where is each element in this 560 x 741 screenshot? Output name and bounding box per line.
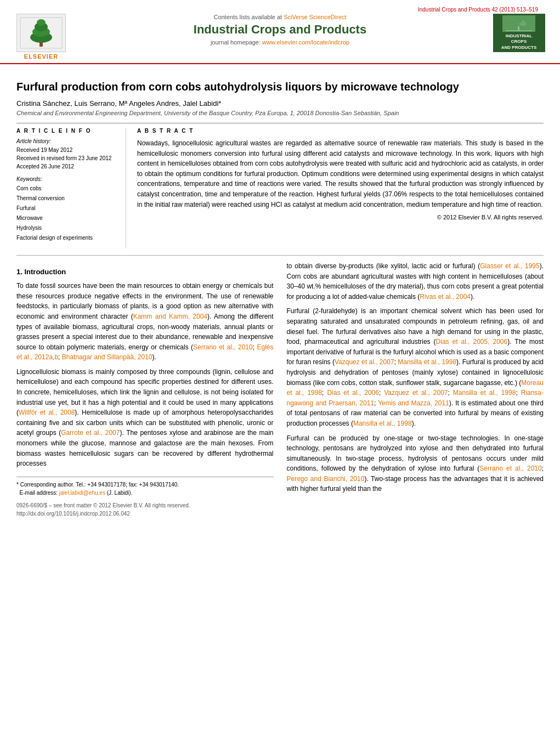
elsevier-tree-icon [19,16,63,49]
ref-mansilla[interactable]: Mansilla et al., 1998 [398,358,456,366]
footnote-email-link[interactable]: jalel.labidi@ehu.es [59,490,105,496]
keyword-3: Furfural [16,203,118,213]
authors-text: Cristina Sánchez, Luis Serrano, Mª Angel… [16,99,221,108]
article-info-column: A R T I C L E I N F O Article history: R… [16,128,126,248]
divider-top [16,123,544,123]
right-logo-image [502,15,535,32]
received-date: Received 19 May 2012 [16,146,118,154]
right-logo-text: INDUSTRIAL CROPS AND PRODUCTS [501,33,536,50]
ref-willfor[interactable]: Willför et al., 2008 [19,409,75,416]
page-wrapper: Industrial Crops and Products 42 (2013) … [0,0,560,741]
ref-dias-2005[interactable]: Dias et al., 2005, 2006 [436,338,508,346]
history-label: Article history: [16,138,118,144]
body-right-column: to obtain diverse by-products (like xyli… [287,261,544,518]
svg-rect-6 [518,26,519,31]
accepted-date: Accepted 26 June 2012 [16,162,118,171]
right-para-3: Furfural can be produced by one-stage or… [287,433,544,495]
journal-right-logo: INDUSTRIAL CROPS AND PRODUCTS [489,14,549,52]
footnote-email-line: E-mail address: jalel.labidi@ehu.es (J. … [16,489,274,497]
keywords-label: Keywords: [16,176,118,182]
contents-text: Contents lists available at [213,14,282,20]
copyright-line: © 2012 Elsevier B.V. All rights reserved… [137,214,544,220]
keywords-group: Keywords: Corn cobs Thermal conversion F… [16,176,118,243]
homepage-label: journal homepage: [211,39,261,46]
abstract-column: A B S T R A C T Nowadays, lignocellulosi… [137,128,544,248]
keyword-2: Thermal conversion [16,194,118,203]
footnote-section: * Corresponding author. Tel.: +34 943017… [16,477,274,497]
intro-para-1: To date fossil sources have been the mai… [16,281,274,363]
journal-citation: Industrial Crops and Products 42 (2013) … [11,4,549,14]
right-logo-box: INDUSTRIAL CROPS AND PRODUCTS [493,14,545,52]
article-title: Furfural production from corn cobs autoh… [16,80,544,94]
sciverse-line: Contents lists available at SciVerse Sci… [82,14,478,20]
footer-doi: http://dx.doi.org/10.1016/j.indcrop.2012… [16,510,274,518]
footnote-email-label: E-mail address: [20,490,58,496]
article-meta-row: A R T I C L E I N F O Article history: R… [16,128,544,248]
svg-point-4 [37,19,46,26]
ref-glasser[interactable]: Glasser et al., 1995 [480,262,539,270]
ref-dias-2006[interactable]: Dias et al., 2006 [327,389,379,397]
keyword-4: Microwave [16,213,118,223]
elsevier-text: ELSEVIER [24,53,58,60]
right-para-1: to obtain diverse by-products (like xyli… [287,261,544,302]
ref-perego[interactable]: Perego and Bianchi, 2010 [287,475,365,483]
elsevier-logo: ELSEVIER [11,14,71,60]
intro-para-2: Lignocellulosic biomass is mainly compos… [16,367,274,469]
body-columns: 1. Introduction To date fossil sources h… [16,261,544,518]
ref-rivas[interactable]: Rivas et al., 2004 [420,293,471,301]
keyword-5: Hydrolysis [16,223,118,233]
journal-center: Contents lists available at SciVerse Sci… [71,14,489,46]
body-left-column: 1. Introduction To date fossil sources h… [16,261,274,518]
homepage-link: www.elsevier.com/locate/indcrop [262,39,349,46]
divider-body [16,255,544,256]
crops-logo-icon [504,15,534,32]
ref-bhatnagar[interactable]: Bhatnagar and Sillanpää, 2010 [62,353,152,361]
journal-title: Industrial Crops and Products [82,22,478,37]
footer-issn-text: 0926-6690/$ – see front matter © 2012 El… [16,501,274,510]
ref-serrano-2010[interactable]: Serrano et al., 2010 [479,465,541,472]
elsevier-logo-box [16,14,66,52]
received-revised-date: Received in revised form 23 June 2012 [16,154,118,162]
footnote-star-text: * Corresponding author. Tel.: +34 943017… [16,480,274,489]
abstract-label: A B S T R A C T [137,128,544,134]
footnote-star-label: * Corresponding author. Tel.: +34 943017… [16,482,179,488]
article-affiliation: Chemical and Environmental Engineering D… [16,110,544,116]
article-content: Furfural production from corn cobs autoh… [0,64,560,529]
footer-issn: 0926-6690/$ – see front matter © 2012 El… [16,501,274,518]
right-para-2: Furfural (2-furaldehyde) is an important… [287,306,544,428]
keyword-6: Factorial design of experiments [16,233,118,243]
keyword-1: Corn cobs [16,184,118,194]
ref-garrote[interactable]: Garrote et al., 2007 [61,429,120,437]
footnote-email-suffix: (J. Labidi). [107,490,133,496]
ref-kamm[interactable]: Kamm and Kamm, 2004 [133,313,207,320]
article-authors: Cristina Sánchez, Luis Serrano, Mª Angel… [16,99,544,108]
article-info-label: A R T I C L E I N F O [16,128,118,134]
journal-top-bar: ELSEVIER Contents lists available at Sci… [11,14,549,63]
ref-vazquez-2[interactable]: Vazquez et al., 2007 [384,389,448,397]
ref-mansilla-2[interactable]: Mansilla et al., 1998 [453,389,516,397]
journal-homepage: journal homepage: www.elsevier.com/locat… [82,39,478,46]
journal-header: Industrial Crops and Products 42 (2013) … [0,0,560,64]
abstract-text: Nowadays, lignocellulosic agricultural w… [137,138,544,210]
article-history-group: Article history: Received 19 May 2012 Re… [16,138,118,171]
citation-text: Industrial Crops and Products 42 (2013) … [418,7,538,13]
ref-yemis[interactable]: Yemis and Mazza, 2011 [378,399,449,407]
that-text: that [491,475,502,483]
svg-point-9 [514,18,522,24]
ref-serrano[interactable]: Serrano et al., 2010 [193,343,253,351]
sciverse-link-text: SciVerse ScienceDirect [284,14,346,20]
keywords-list: Corn cobs Thermal conversion Furfural Mi… [16,184,118,243]
intro-heading: 1. Introduction [16,267,274,278]
ref-mansilla-3[interactable]: Mansilla et al., 1998 [353,420,412,427]
ref-vazquez[interactable]: Vazquez et al., 2007 [335,358,394,366]
